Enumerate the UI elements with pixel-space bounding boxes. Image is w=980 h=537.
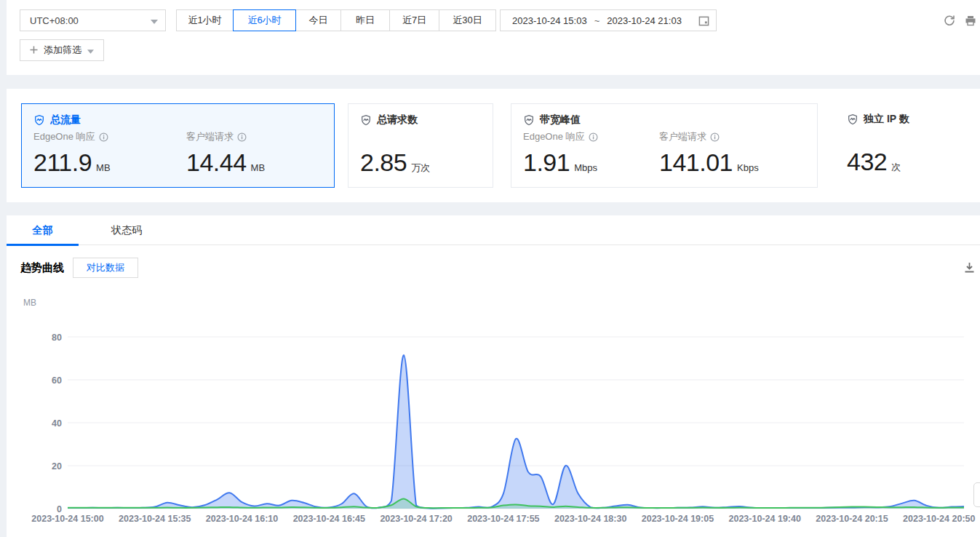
metric-client-request: 客户端请求 141.01Kbps <box>659 130 759 177</box>
date-start: 2023-10-24 15:03 <box>512 15 587 26</box>
timezone-value: UTC+08:00 <box>30 15 79 26</box>
compare-data-button[interactable]: 对比数据 <box>73 258 138 278</box>
range-button-yesterday[interactable]: 昨日 <box>340 9 390 31</box>
range-button-today[interactable]: 今日 <box>295 9 341 31</box>
stat-card-total-traffic[interactable]: 总流量 EdgeOne 响应 211.9MB 客户端请求 14.44MB <box>21 103 335 188</box>
trend-title: 趋势曲线 <box>20 261 64 275</box>
metric-label: 客户端请求 <box>659 130 706 143</box>
tab-bar: 全部 状态码 <box>7 215 980 245</box>
card-title: 总请求数 <box>377 114 418 127</box>
y-tick-label: 80 <box>52 333 62 343</box>
x-tick-label: 2023-10-24 20:50 <box>903 514 975 524</box>
date-separator: ~ <box>594 15 600 26</box>
stats-panel: 总流量 EdgeOne 响应 211.9MB 客户端请求 14.44MB 总请求… <box>7 89 980 202</box>
metric-edgeone-response: EdgeOne 响应 1.91Mbps <box>523 130 598 177</box>
metric-unique-ip: 432次 <box>847 130 901 176</box>
tab-all[interactable]: 全部 <box>7 215 79 245</box>
floating-widget[interactable] <box>973 482 980 507</box>
trend-chart-svg[interactable]: 0204060802023-10-24 15:002023-10-24 15:3… <box>7 325 980 537</box>
x-tick-label: 2023-10-24 16:45 <box>293 514 365 524</box>
metric-unit: MB <box>96 162 111 173</box>
add-filter-label: 添加筛选 <box>44 44 81 57</box>
chevron-down-icon <box>151 15 158 26</box>
y-tick-label: 40 <box>52 418 62 429</box>
metric-value: 141.01 <box>659 148 733 177</box>
x-tick-label: 2023-10-24 16:10 <box>206 514 278 524</box>
metric-label: 客户端请求 <box>186 130 234 143</box>
metric-client-request: 客户端请求 14.44MB <box>186 130 265 177</box>
metric-value: 14.44 <box>186 148 247 177</box>
toolbar-actions <box>944 15 976 26</box>
shield-icon <box>33 114 45 126</box>
stat-card-bandwidth-peak[interactable]: 带宽峰值 EdgeOne 响应 1.91Mbps 客户端请求 141.01Kbp… <box>511 103 818 188</box>
stat-card-total-requests[interactable]: 总请求数 2.85万次 <box>348 103 493 188</box>
x-tick-label: 2023-10-24 17:20 <box>380 514 452 524</box>
tab-status-code[interactable]: 状态码 <box>79 215 175 245</box>
trend-panel: 全部 状态码 趋势曲线 对比数据 MB 0204060802023-10-24 … <box>7 215 980 537</box>
refresh-icon[interactable] <box>944 15 955 26</box>
metric-label: EdgeOne 响应 <box>33 130 95 143</box>
metric-unit: Mbps <box>574 162 597 173</box>
date-end: 2023-10-24 21:03 <box>607 15 682 26</box>
range-button-6h[interactable]: 近6小时 <box>233 9 296 31</box>
metric-unit: Kbps <box>737 162 759 173</box>
calendar-icon <box>698 15 709 26</box>
metric-unit: 万次 <box>411 162 430 175</box>
x-tick-label: 2023-10-24 15:00 <box>31 514 103 524</box>
timezone-select[interactable]: UTC+08:00 <box>20 9 166 31</box>
card-title: 带宽峰值 <box>540 114 581 127</box>
info-icon[interactable] <box>589 132 598 142</box>
info-icon[interactable] <box>237 132 247 142</box>
metric-label: EdgeOne 响应 <box>523 130 585 143</box>
range-button-1h[interactable]: 近1小时 <box>176 9 234 31</box>
y-tick-label: 0 <box>57 504 62 514</box>
metric-value: 2.85 <box>360 148 407 177</box>
info-icon[interactable] <box>710 132 720 142</box>
toolbar-panel: UTC+08:00 近1小时 近6小时 今日 昨日 近7日 近30日 2023-… <box>7 0 980 75</box>
download-icon[interactable] <box>964 262 975 274</box>
x-tick-label: 2023-10-24 20:15 <box>816 514 888 524</box>
plus-icon <box>30 45 38 56</box>
time-range-group: 近1小时 近6小时 今日 昨日 近7日 近30日 <box>176 9 496 31</box>
metric-edgeone-response: EdgeOne 响应 211.9MB <box>33 130 111 177</box>
edgeone-response-area <box>68 355 964 509</box>
metric-value: 211.9 <box>33 148 92 177</box>
x-tick-label: 2023-10-24 17:55 <box>467 514 539 524</box>
y-axis-unit: MB <box>23 298 36 308</box>
metric-value: 432 <box>847 148 887 176</box>
range-button-30d[interactable]: 近30日 <box>439 9 496 31</box>
add-filter-button[interactable]: 添加筛选 <box>20 39 104 61</box>
metric-unit: MB <box>251 162 266 173</box>
range-button-7d[interactable]: 近7日 <box>389 9 439 31</box>
x-tick-label: 2023-10-24 19:05 <box>642 514 714 524</box>
metric-unit: 次 <box>891 161 901 174</box>
x-tick-label: 2023-10-24 18:30 <box>554 514 626 524</box>
shield-icon <box>523 114 535 126</box>
metric-value: 1.91 <box>523 148 570 177</box>
metric-total-requests: 2.85万次 <box>360 130 430 177</box>
y-tick-label: 60 <box>52 375 62 386</box>
x-tick-label: 2023-10-24 15:35 <box>119 514 191 524</box>
chevron-down-icon <box>87 45 94 56</box>
card-title: 独立 IP 数 <box>864 113 909 126</box>
shield-icon <box>360 114 372 126</box>
shield-icon <box>847 114 859 125</box>
info-icon[interactable] <box>99 132 108 142</box>
print-icon[interactable] <box>965 15 976 26</box>
stat-card-unique-ip[interactable]: 独立 IP 数 432次 <box>835 103 980 188</box>
card-title: 总流量 <box>50 114 81 127</box>
date-range-picker[interactable]: 2023-10-24 15:03 ~ 2023-10-24 21:03 <box>500 9 717 31</box>
y-tick-label: 20 <box>52 461 62 472</box>
x-tick-label: 2023-10-24 19:40 <box>729 514 801 524</box>
